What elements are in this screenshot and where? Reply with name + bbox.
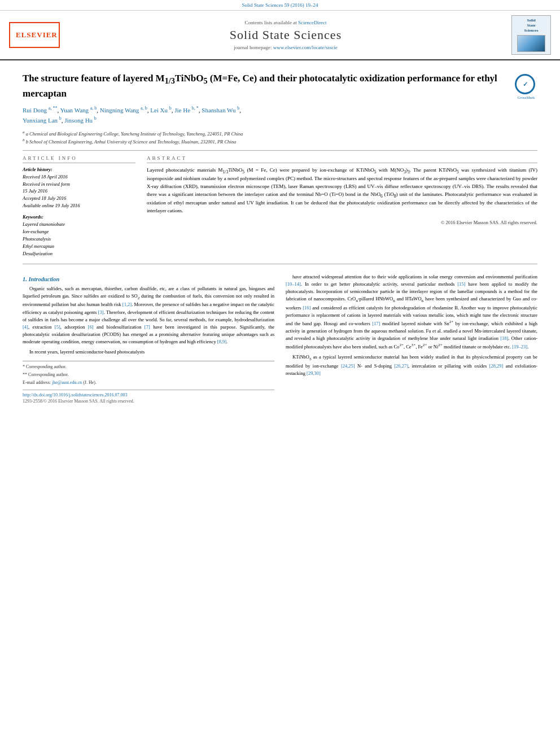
left-content-column: 1. Introduction Organic sulfides, such a… — [23, 273, 274, 404]
footnotes-section: * Corresponding author. ** Corresponding… — [23, 361, 274, 386]
article-title: The structure feature of layered M1/3TiN… — [23, 72, 509, 101]
affiliations: a a Chemical and Biological Engineering … — [23, 129, 537, 146]
right-para-2: KTiNbO5 as a typical layered semiconduct… — [286, 353, 537, 377]
author-ningning-wang[interactable]: Ningning Wang — [100, 107, 139, 113]
crossmark-circle: ✓ — [515, 74, 535, 94]
doi-link-line: http://dx.doi.org/10.1016/j.solidstatesc… — [23, 392, 274, 397]
crossmark-logo: ✓ CrossMark — [515, 74, 537, 100]
introduction-body-right: have attracted widespread attention due … — [286, 273, 537, 378]
author-jinsong-hu[interactable]: Jinsong Hu — [64, 117, 93, 124]
footnote-1: * Corresponding author. — [23, 364, 274, 370]
introduction-heading: 1. Introduction — [23, 276, 274, 282]
ref-6[interactable]: [6] — [88, 324, 94, 330]
ref-4[interactable]: [4] — [23, 324, 28, 330]
abstract-heading: ABSTRACT — [147, 155, 537, 163]
authors-line: Rui Dong a, **, Yuan Wang a, b, Ningning… — [23, 105, 537, 126]
history-revised-label: Received in revised form — [23, 181, 135, 188]
ref-26-27[interactable]: [26,27] — [394, 363, 408, 369]
keyword-4: Ethyl mercaptan — [23, 243, 135, 250]
main-content: 1. Introduction Organic sulfides, such a… — [23, 273, 537, 404]
right-content-column: have attracted widespread attention due … — [286, 273, 537, 404]
abstract-text: Layered photocatalytic materials M1/3TiN… — [147, 167, 537, 216]
divider-2 — [23, 264, 537, 264]
author-jie-he[interactable]: Jie He — [174, 107, 190, 113]
abstract-column: ABSTRACT Layered photocatalytic material… — [147, 155, 537, 258]
history-accepted: Accepted 18 July 2016 — [23, 195, 135, 202]
ref-29-30[interactable]: [29,30] — [307, 370, 321, 376]
intro-para-1: Organic sulfides, such as mercaptan, thi… — [23, 285, 274, 346]
history-revised-date: 15 July 2016 — [23, 188, 135, 195]
article-title-section: The structure feature of layered M1/3TiN… — [23, 72, 537, 101]
ref-8-9[interactable]: [8,9] — [217, 339, 226, 344]
doi-link[interactable]: http://dx.doi.org/10.1016/j.solidstatesc… — [23, 392, 127, 397]
footnote-email: E-mail address: jhe@aust.edu.cn (J. He). — [23, 379, 274, 386]
ref-19-23[interactable]: [19–23] — [512, 344, 527, 350]
article-info-abstract-section: ARTICLE INFO Article history: Received 1… — [23, 155, 537, 258]
history-online: Available online 19 July 2016 — [23, 203, 135, 209]
ref-5[interactable]: [5] — [55, 324, 60, 330]
keywords-title: Keywords: — [23, 214, 135, 220]
article-info-column: ARTICLE INFO Article history: Received 1… — [23, 155, 135, 258]
ref-1-2[interactable]: [1,2] — [123, 302, 132, 307]
keywords-section: Keywords: Layered titanoniobate Ion-exch… — [23, 214, 135, 257]
ref-3[interactable]: [3] — [98, 309, 104, 315]
ref-10-14[interactable]: [10–14] — [286, 281, 301, 287]
ref-28-29[interactable]: [28,29] — [489, 363, 504, 369]
affiliation-a: a a Chemical and Biological Engineering … — [23, 129, 537, 138]
article-info-heading: ARTICLE INFO — [23, 155, 135, 163]
right-para-1: have attracted widespread attention due … — [286, 273, 537, 351]
history-received: Received 18 April 2016 — [23, 174, 135, 181]
homepage-line: journal homepage: www.elsevier.com/locat… — [65, 45, 506, 50]
article-body: The structure feature of layered M1/3TiN… — [0, 60, 560, 415]
ref-16[interactable]: [16] — [303, 305, 310, 311]
journal-center: Contents lists available at ScienceDirec… — [65, 20, 506, 50]
ref-17[interactable]: [17] — [372, 321, 380, 326]
author-lei-xu[interactable]: Lei Xu — [150, 107, 168, 113]
author-yunxiang-lan[interactable]: Yunxiang Lan — [23, 117, 58, 124]
history-title: Article history: — [23, 167, 135, 172]
journal-header: ELSEVIER Contents lists available at Sci… — [0, 11, 560, 60]
intro-para-2: In recent years, layered semiconductor-b… — [23, 348, 274, 356]
crossmark-text: CrossMark — [515, 95, 537, 100]
footnote-2: ** Corresponding author. — [23, 372, 274, 378]
doi-section: http://dx.doi.org/10.1016/j.solidstatesc… — [23, 390, 274, 404]
ref-15[interactable]: [15] — [457, 281, 465, 287]
ref-7[interactable]: [7] — [145, 324, 150, 330]
journal-citation: Solid State Sciences 59 (2016) 19–24 — [0, 0, 560, 11]
contents-line: Contents lists available at ScienceDirec… — [65, 20, 506, 25]
journal-name: Solid State Sciences — [65, 28, 506, 42]
introduction-body-left: Organic sulfides, such as mercaptan, thi… — [23, 285, 274, 356]
keyword-3: Photocatalysis — [23, 236, 135, 243]
affiliation-b: b b School of Chemical Engineering, Anhu… — [23, 137, 537, 146]
article-history: Article history: Received 18 April 2016 … — [23, 167, 135, 209]
elsevier-text: ELSEVIER — [16, 30, 58, 40]
citation-text: Solid State Sciences 59 (2016) 19–24 — [242, 2, 318, 8]
divider-1 — [23, 150, 537, 151]
author-shanshan-wu[interactable]: Shanshan Wu — [202, 107, 235, 113]
keyword-1: Layered titanoniobate — [23, 221, 135, 228]
author-rui-dong[interactable]: Rui Dong — [23, 107, 47, 113]
email-link[interactable]: jhe@aust.edu.cn — [52, 380, 82, 385]
copyright-line: © 2016 Elsevier Masson SAS. All rights r… — [147, 220, 537, 225]
keyword-2: Ion-exchange — [23, 229, 135, 235]
ref-24-25[interactable]: [24,25] — [341, 363, 355, 369]
ref-18[interactable]: [18] — [500, 335, 508, 341]
author-yuan-wang[interactable]: Yuan Wang — [60, 107, 89, 113]
elsevier-logo: ELSEVIER — [9, 22, 60, 48]
sciencedirect-link[interactable]: ScienceDirect — [298, 20, 326, 25]
journal-thumbnail: SolidStateSciences — [511, 15, 551, 55]
homepage-link[interactable]: www.elsevier.com/locate/ssscie — [273, 45, 338, 50]
issn-line: 1293-2558/© 2016 Elsevier Masson SAS. Al… — [23, 399, 274, 404]
keyword-5: Desulfurization — [23, 251, 135, 257]
